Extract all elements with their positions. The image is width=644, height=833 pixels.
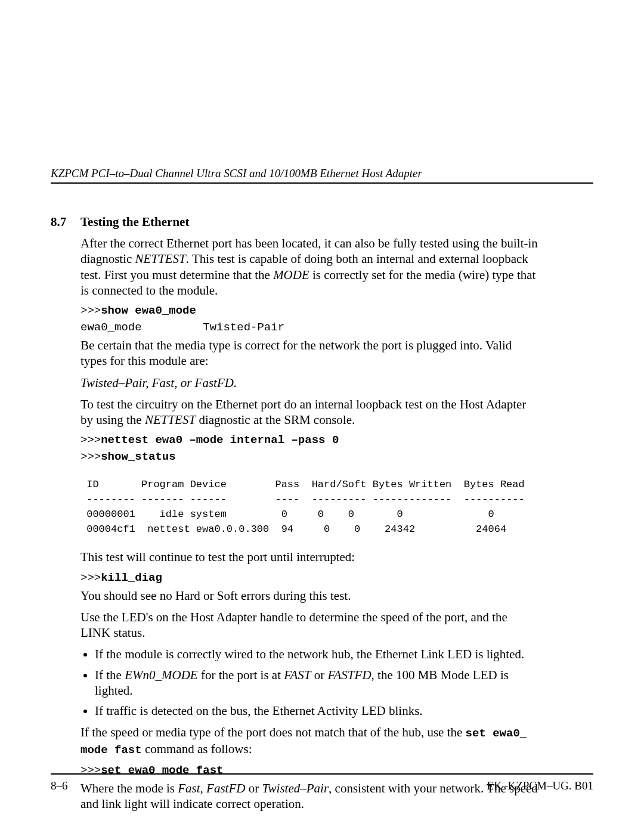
command: kill_diag (101, 571, 162, 584)
page-number: 8–6 (51, 779, 68, 792)
running-header: KZPCM PCI–to–Dual Channel Ultra SCSI and… (51, 167, 593, 184)
intro-paragraph: After the correct Ethernet port has been… (80, 236, 540, 298)
status-table-row: 00004cf1 nettest ewa0.0.0.300 94 0 0 243… (80, 524, 540, 535)
list-item: If traffic is detected on the bus, the E… (95, 703, 540, 719)
no-errors-paragraph: You should see no Hard or Soft errors du… (80, 588, 540, 603)
section-heading: 8.7 Testing the Ethernet (51, 215, 593, 230)
status-table-header: ID Program Device Pass Hard/Soft Bytes W… (80, 479, 540, 490)
mode-word: MODE (273, 268, 309, 282)
body: After the correct Ethernet port has been… (80, 236, 540, 812)
status-table-row: 00000001 idle system 0 0 0 0 0 (80, 509, 540, 520)
page: KZPCM PCI–to–Dual Channel Ultra SCSI and… (0, 0, 644, 833)
test-paragraph: To test the circuitry on the Ethernet po… (80, 397, 540, 428)
prompt: >>> (80, 304, 101, 317)
mismatch-paragraph: If the speed or media type of the port d… (80, 724, 540, 758)
doc-id: EK–KZPCM–UG. B01 (487, 779, 593, 792)
text: diagnostic at the SRM console. (196, 413, 355, 427)
section-number: 8.7 (51, 215, 80, 230)
prompt: >>> (80, 433, 101, 447)
status-table-separator: -------- ------- ------ ---- --------- -… (80, 494, 540, 505)
list-item: If the module is correctly wired to the … (95, 646, 540, 662)
command: nettest ewa0 –mode internal –pass 0 (101, 433, 339, 447)
text: If the (95, 668, 125, 682)
page-footer: 8–6 EK–KZPCM–UG. B01 (51, 773, 593, 792)
led-intro-paragraph: Use the LED's on the Host Adapter handle… (80, 609, 540, 641)
command-line-1: >>>show ewa0_mode (80, 304, 540, 317)
command: show_status (101, 450, 175, 463)
list-item: If the EWn0_MODE for the port is at FAST… (95, 667, 540, 699)
diagnostic-name: NETTEST (135, 252, 186, 266)
continue-paragraph: This test will continue to test the port… (80, 549, 540, 565)
command-line-2: >>>nettest ewa0 –mode internal –pass 0 (80, 433, 540, 447)
led-list: If the module is correctly wired to the … (80, 646, 540, 719)
text: for the port is at (198, 668, 284, 682)
command-output-1: ewa0_mode Twisted-Pair (80, 321, 540, 334)
command-line-3: >>>show_status (80, 450, 540, 463)
diagnostic-name: NETTEST (145, 413, 196, 427)
prompt: >>> (80, 571, 101, 584)
command: show ewa0_mode (101, 304, 196, 317)
mode-var: EWn0_MODE (125, 668, 197, 682)
mode-fastfd: FASTFD (327, 668, 371, 682)
prompt: >>> (80, 450, 101, 463)
valid-types: Twisted–Pair, Fast, or FastFD. (80, 375, 540, 391)
text: or (311, 668, 327, 682)
section-title: Testing the Ethernet (80, 215, 189, 230)
mode-fast: FAST (284, 668, 311, 682)
text: command as follows: (142, 742, 252, 756)
command-line-4: >>>kill_diag (80, 571, 540, 584)
text: If the speed or media type of the port d… (80, 725, 466, 739)
media-check-paragraph: Be certain that the media type is correc… (80, 337, 540, 369)
